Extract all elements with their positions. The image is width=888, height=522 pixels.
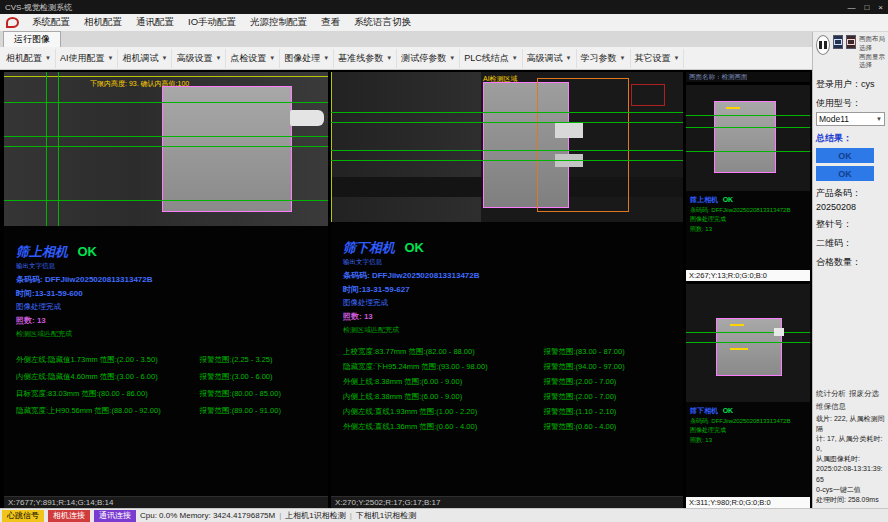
status-bar: 心跳信号 相机连接 通讯连接 Cpu: 0.0% Memory: 3424.41… xyxy=(0,508,888,522)
measurement-row: 外侧左线:直线1.36mm 范围:(0.60 - 4.00)报警范围:(0.60… xyxy=(343,422,677,432)
toolbar-button-spot-check[interactable]: 点检设置▼ xyxy=(226,49,280,68)
app-logo-icon xyxy=(5,16,20,29)
measurement-alarm-range: 报警范围:(1.10 - 2.10) xyxy=(543,407,677,417)
toolbar-button-camera-debug[interactable]: 相机调试▼ xyxy=(118,49,172,68)
chevron-down-icon: ▼ xyxy=(215,55,221,61)
measurement-alarm-range: 报警范围:(80.00 - 85.00) xyxy=(200,389,322,399)
window-controls: — □ × xyxy=(847,3,883,12)
tab-reject-sort[interactable]: 报废分选 xyxy=(849,389,879,399)
toolbar-button-label: 学习参数 xyxy=(581,52,617,65)
thumbnail-text-line: 条码码: DFFJiiw2025020813313472B xyxy=(690,206,806,216)
product-barcode-value: 20250208 xyxy=(816,202,885,212)
measurement-value: 内侧左线:隐藏值4.60mm 范围:(3.00 - 6.00) xyxy=(16,372,200,382)
process-status-text: 图像处理完成 xyxy=(343,298,677,308)
toolbar-button-learn-params[interactable]: 学习参数▼ xyxy=(577,49,631,68)
panel-control-row: 画面布局选择 画面显示选择 xyxy=(816,35,885,70)
separator: | xyxy=(350,511,352,520)
minimize-button[interactable]: — xyxy=(847,3,855,12)
result-badge: OK xyxy=(723,194,734,205)
menu-item-camera-config[interactable]: 相机配置 xyxy=(77,15,129,30)
pause-button[interactable] xyxy=(816,35,830,55)
camera-connection-badge: 相机连接 xyxy=(48,510,90,522)
pixel-coordinate-text: X:267;Y:13;R:0;G:0;B:0 xyxy=(689,271,767,280)
toolbar-button-camera-config[interactable]: 相机配置▼ xyxy=(2,49,56,68)
upper-camera-status-text: 上相机1识相检测 xyxy=(285,510,345,521)
thumbnail-view-bottom[interactable]: 筛下相机 OK 条码码: DFFJiiw2025020813313472B 图像… xyxy=(686,284,810,508)
display-select-button[interactable] xyxy=(846,35,856,49)
thumbnail-info: 筛下相机 OK 条码码: DFFJiiw2025020813313472B 图像… xyxy=(686,402,810,448)
menu-item-comm-config[interactable]: 通讯配置 xyxy=(129,15,181,30)
detected-part-region xyxy=(714,101,776,173)
toolbar-button-advanced-settings[interactable]: 高级设置▼ xyxy=(172,49,226,68)
tab-maintenance-info[interactable]: 维保信息 xyxy=(816,402,846,412)
total-result-field: 总结果： OK OK xyxy=(816,132,885,181)
thumbnail-header: 画面名称：检测画面 xyxy=(686,72,810,82)
menu-item-io-manual[interactable]: IO手动配置 xyxy=(181,15,243,30)
match-note-text: 检测区域匹配完成 xyxy=(16,329,322,339)
output-label: 输出文字信息 xyxy=(343,258,677,267)
toolbar-button-baseline-params[interactable]: 基准线参数▼ xyxy=(334,49,397,68)
main-content: 运行图像 相机配置▼ AI使用配置▼ 相机调试▼ 高级设置▼ 点检设置▼ 图像处… xyxy=(0,32,888,508)
toolbar-button-image-process[interactable]: 图像处理▼ xyxy=(280,49,334,68)
toolbar-button-plc-node[interactable]: PLC线结点▼ xyxy=(460,49,522,68)
toolbar-button-advanced-debug[interactable]: 高级调试▼ xyxy=(523,49,577,68)
needle-number-field: 整针号： xyxy=(816,218,885,231)
camera-info-top: 筛上相机 OK 输出文字信息 条码码: DFFJiiw2025020813313… xyxy=(4,226,328,416)
thumbnail-image xyxy=(686,85,810,191)
menu-item-light-control[interactable]: 光源控制配置 xyxy=(243,15,314,30)
measurement-alarm-range: 报警范围:(94.00 - 97.00) xyxy=(543,362,677,372)
qr-code-label: 二维码： xyxy=(816,237,885,250)
toolbar-button-other-settings[interactable]: 其它设置▼ xyxy=(631,49,685,68)
statistics-block: 统计分析 报废分选 维保信息 载片: 222, 从属检测间隔 计: 17, 从属… xyxy=(816,389,885,505)
toolbar-button-ai-config[interactable]: AI使用配置▼ xyxy=(56,49,118,68)
thumbnail-text-line: 照数: 13 xyxy=(690,436,806,446)
tab-run-image[interactable]: 运行图像 xyxy=(3,31,61,47)
thumbnail-view-top[interactable]: 筛上相机 OK 条码码: DFFJiiw2025020813313472B 图像… xyxy=(686,85,810,281)
barcode-text: 条码码: DFFJiiw2025020813313472B xyxy=(343,270,677,281)
pixel-coordinate-bar: X:311;Y:980;R:0;G:0;B:0 xyxy=(686,497,810,508)
chevron-down-icon: ▼ xyxy=(449,55,455,61)
toolbar-button-label: AI使用配置 xyxy=(60,52,105,65)
maximize-button[interactable]: □ xyxy=(864,3,869,12)
measurement-value: 内侧左线:直线1.93mm 范围:(1.00 - 2.20) xyxy=(343,407,543,417)
menu-bar: 系统配置 相机配置 通讯配置 IO手动配置 光源控制配置 查看 系统语言切换 xyxy=(0,14,888,32)
thumbnail-header-label: 画面名称：检测画面 xyxy=(689,73,748,82)
toolbar-button-label: PLC线结点 xyxy=(464,52,509,65)
measurement-value: 外侧左线:隐藏值1.73mm 范围:(2.00 - 3.50) xyxy=(16,355,200,365)
time-text: 时间:13-31-59-600 xyxy=(16,288,322,299)
overlay-line xyxy=(4,102,328,103)
camera-image-top[interactable]: 下限内高度: 93. 确认内高值:100 xyxy=(4,72,328,226)
barcode-text: 条码码: DFFJiiw2025020813313472B xyxy=(16,274,322,285)
statistics-line: 载片: 222, 从属检测间隔 xyxy=(816,414,885,434)
part-connector xyxy=(290,110,324,126)
menu-item-view[interactable]: 查看 xyxy=(314,15,347,30)
measurement-value: 内侧上线:8.38mm 范围:(6.00 - 9.00) xyxy=(343,392,543,402)
view-header-line: 画面显示选择 xyxy=(859,53,885,71)
menu-item-system-config[interactable]: 系统配置 xyxy=(25,15,77,30)
toolbar-button-label: 其它设置 xyxy=(635,52,671,65)
overlay-marker xyxy=(730,348,748,350)
measurement-value: 隐藏宽度:下H95.24mm 范围:(93.00 - 98.00) xyxy=(343,362,543,372)
camera-image-bottom[interactable]: AI检测区域 xyxy=(331,72,683,222)
layout-select-button[interactable] xyxy=(833,35,843,49)
view-header-line: 画面布局选择 xyxy=(859,35,885,53)
tab-statistics[interactable]: 统计分析 xyxy=(816,389,846,399)
close-button[interactable]: × xyxy=(878,3,883,12)
pixel-coordinate-text: X:270;Y:2502;R:17;G:17;B:17 xyxy=(335,498,440,507)
overlay-line xyxy=(46,72,47,226)
toolbar-button-label: 点检设置 xyxy=(230,52,266,65)
overlay-line xyxy=(686,151,810,152)
measurement-row: 隐藏宽度:上H90.56mm 范围:(88.00 - 92.00)报警范围:(8… xyxy=(16,406,322,416)
toolbar-button-test-params[interactable]: 测试停参数▼ xyxy=(397,49,460,68)
menu-item-language[interactable]: 系统语言切换 xyxy=(347,15,418,30)
detected-part-region xyxy=(162,86,292,212)
model-select[interactable]: Mode11 ▼ xyxy=(816,112,885,126)
measurement-value: 上校宽度:83.77mm 范围:(82.00 - 88.00) xyxy=(343,347,543,357)
model-select-value: Mode11 xyxy=(819,114,849,124)
overlay-line xyxy=(331,112,683,113)
chevron-down-icon: ▼ xyxy=(876,116,882,122)
toolbar-button-label: 高级调试 xyxy=(527,52,563,65)
camera-title: 筛上相机 xyxy=(690,194,718,205)
overlay-line xyxy=(686,332,810,333)
measurement-row: 外侧上线:8.38mm 范围:(6.00 - 9.00)报警范围:(2.00 -… xyxy=(343,377,677,387)
